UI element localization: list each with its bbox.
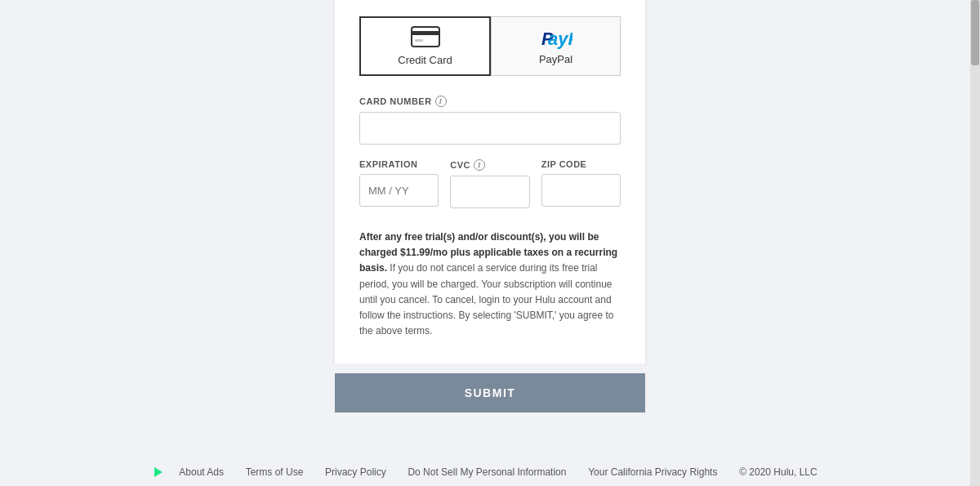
cvc-input[interactable] — [450, 176, 529, 208]
disclaimer-rest: If you do not cancel a service during it… — [359, 262, 613, 337]
hulu-play-icon — [154, 467, 163, 477]
submit-area: SUBMIT — [335, 363, 645, 422]
credit-card-icon — [411, 26, 440, 52]
paypal-label: PayPal — [539, 53, 572, 65]
zip-input[interactable] — [541, 174, 621, 207]
terms-of-use-link[interactable]: Terms of Use — [238, 466, 312, 478]
hulu-icon — [154, 467, 167, 477]
tab-paypal[interactable]: P ayPal PayPal — [491, 16, 621, 76]
cvc-label: CVC i — [450, 159, 529, 171]
expiration-input[interactable] — [359, 174, 439, 207]
california-privacy-link[interactable]: Your California Privacy Rights — [580, 466, 725, 478]
card-number-field-group: CARD NUMBER i — [359, 96, 621, 145]
cvc-info-icon[interactable]: i — [474, 159, 485, 171]
card-details-row: EXPIRATION CVC i ZIP CODE — [359, 159, 621, 223]
do-not-sell-link[interactable]: Do Not Sell My Personal Information — [399, 466, 574, 478]
card-number-input[interactable] — [359, 112, 621, 145]
expiration-label: EXPIRATION — [359, 159, 439, 169]
paypal-icon: P ayPal — [540, 27, 572, 51]
svg-rect-2 — [415, 39, 423, 42]
credit-card-label: Credit Card — [398, 54, 452, 66]
submit-button[interactable]: SUBMIT — [335, 373, 645, 412]
scrollbar[interactable] — [970, 0, 980, 486]
expiration-field-group: EXPIRATION — [359, 159, 439, 208]
payment-form-container: Credit Card P ayPal PayPal CARD NUMBER i — [335, 0, 645, 363]
privacy-policy-link[interactable]: Privacy Policy — [317, 466, 394, 478]
footer: About Ads Terms of Use Privacy Policy Do… — [0, 450, 980, 486]
disclaimer-text: After any free trial(s) and/or discount(… — [359, 230, 621, 339]
cvc-field-group: CVC i — [450, 159, 529, 208]
tab-credit-card[interactable]: Credit Card — [359, 16, 491, 76]
about-ads-link[interactable]: About Ads — [171, 466, 232, 478]
payment-tabs: Credit Card P ayPal PayPal — [359, 16, 621, 76]
copyright-text: © 2020 Hulu, LLC — [731, 466, 826, 478]
svg-rect-0 — [412, 27, 439, 47]
zip-field-group: ZIP CODE — [541, 159, 621, 208]
scrollbar-thumb[interactable] — [971, 0, 979, 65]
main-content: Credit Card P ayPal PayPal CARD NUMBER i — [0, 0, 980, 486]
zip-label: ZIP CODE — [541, 159, 621, 169]
svg-text:ayPal: ayPal — [548, 29, 572, 49]
card-number-info-icon[interactable]: i — [435, 96, 447, 107]
svg-rect-1 — [412, 31, 439, 35]
card-number-label: CARD NUMBER i — [359, 96, 621, 107]
